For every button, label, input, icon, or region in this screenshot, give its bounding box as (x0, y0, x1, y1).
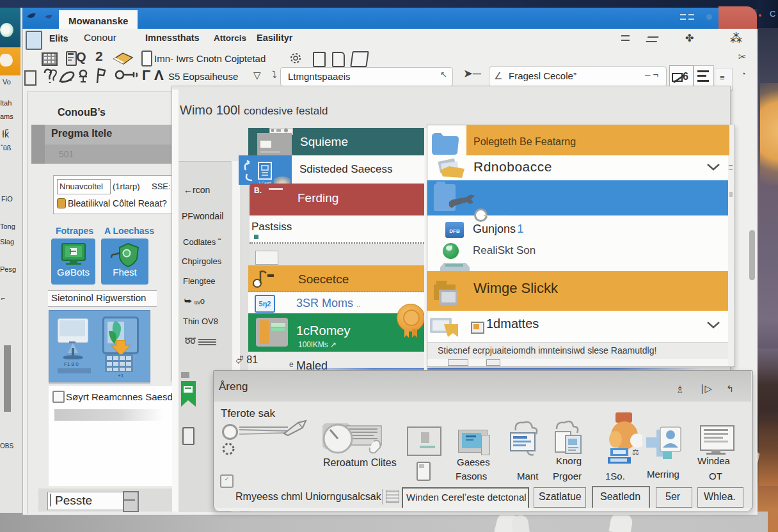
svg-text:6: 6 (683, 71, 688, 82)
svg-text:⚖: ⚖ (632, 448, 639, 457)
